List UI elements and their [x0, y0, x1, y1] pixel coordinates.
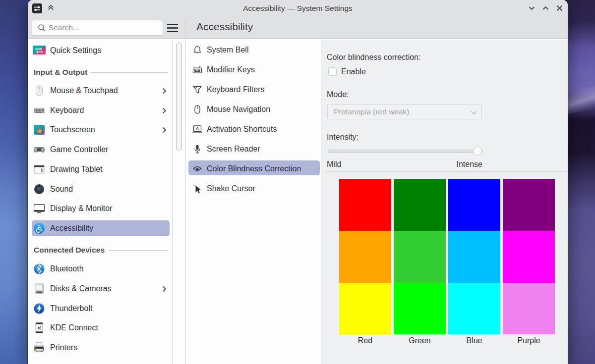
svg-text:A: A [196, 126, 199, 131]
